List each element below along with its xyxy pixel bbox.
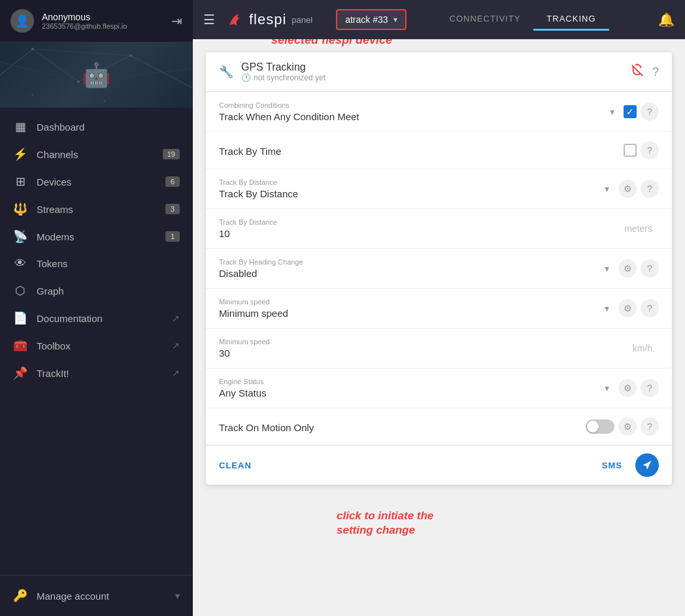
sidebar-item-manage-account[interactable]: 🔑 Manage account ▾ — [0, 582, 193, 609]
setting-track-by-time: Track By Time ? — [206, 132, 672, 169]
setting-value: Track By Distance — [219, 188, 591, 199]
hamburger-button[interactable]: ☰ — [203, 12, 215, 27]
setting-track-by-distance-value: Track By Distance 10 meters — [206, 209, 672, 249]
setting-content: Minimum speed 30 — [219, 338, 625, 359]
topbar: ☰ flespi panel atrack #33 ▾ CONNECTIVITY… — [193, 0, 685, 39]
tab-area: CONNECTIVITY TRACKING — [437, 8, 609, 31]
external-link-icon: ↗ — [172, 368, 180, 378]
sidebar-item-channels[interactable]: ⚡ Channels 19 — [0, 140, 193, 168]
settings-body: Combining Conditions Track When Any Cond… — [206, 92, 672, 445]
external-link-icon: ↗ — [172, 340, 180, 351]
mute-button[interactable] — [630, 63, 644, 81]
help-motion-button[interactable]: ? — [641, 417, 659, 436]
sidebar-item-trackit[interactable]: 📌 TrackIt! ↗ — [0, 359, 193, 387]
hero-robot-icon: 🤖 — [82, 61, 111, 89]
sidebar-item-devices[interactable]: ⊞ Devices 6 — [0, 168, 193, 195]
help-combining-conditions-button[interactable]: ? — [641, 103, 659, 121]
setting-controls: ▾ ⚙ ? — [599, 379, 659, 397]
card-header: 🔧 GPS Tracking 🕐 not synchronized yet — [206, 52, 672, 92]
gear-engine-status-button[interactable]: ⚙ — [618, 379, 637, 397]
device-selector[interactable]: atrack #33 ▾ — [336, 9, 406, 30]
toolbox-icon: 🧰 — [13, 338, 27, 353]
dropdown-arrow-icon[interactable]: ▾ — [604, 104, 620, 120]
clean-button[interactable]: CLEAN — [219, 461, 252, 470]
checkbox-combining-conditions[interactable]: ✓ — [624, 105, 637, 118]
documentation-icon: 📄 — [13, 311, 27, 325]
user-email: 23653576@github.flespi.io — [42, 22, 163, 30]
card-subtitle: 🕐 not synchronized yet — [241, 73, 622, 82]
gear-min-speed-button[interactable]: ⚙ — [618, 299, 637, 317]
setting-content: Track By Distance 10 — [219, 218, 616, 239]
channels-icon: ⚡ — [13, 147, 27, 161]
help-track-by-time-button[interactable]: ? — [641, 141, 659, 159]
setting-value: Track When Any Condition Meet — [219, 111, 596, 122]
setting-label: Minimum speed — [219, 298, 591, 306]
setting-label: Track By Distance — [219, 178, 591, 186]
svg-line-5 — [0, 62, 78, 82]
dropdown-arrow-icon[interactable]: ▾ — [599, 380, 614, 396]
setting-value: 30 — [219, 348, 625, 359]
streams-badge: 3 — [165, 204, 180, 214]
setting-value: Any Status — [219, 387, 591, 398]
card-title-area: GPS Tracking 🕐 not synchronized yet — [241, 61, 622, 82]
sidebar-item-modems[interactable]: 📡 Modems 1 — [0, 223, 193, 250]
user-info: Anonymous 23653576@github.flespi.io — [42, 12, 163, 30]
logout-button[interactable]: ⇥ — [171, 13, 182, 29]
setting-content: Track On Motion Only — [219, 420, 578, 433]
dropdown-arrow-icon[interactable]: ▾ — [599, 300, 614, 316]
sidebar-item-label: Devices — [37, 176, 156, 187]
notification-bell-button[interactable]: 🔔 — [658, 12, 675, 27]
setting-value: 10 — [219, 228, 616, 239]
svg-point-11 — [104, 101, 106, 103]
sidebar-item-label: TrackIt! — [37, 368, 163, 379]
svg-line-0 — [0, 49, 33, 75]
svg-point-8 — [77, 80, 80, 83]
setting-content: Track By Heading Change Disabled — [219, 258, 591, 279]
sidebar-footer: 🔑 Manage account ▾ — [0, 575, 193, 616]
devices-badge: 6 — [165, 176, 180, 187]
clock-icon: 🕐 — [241, 73, 251, 82]
tab-tracking[interactable]: TRACKING — [533, 8, 609, 31]
main-content: ☰ flespi panel atrack #33 ▾ CONNECTIVITY… — [193, 0, 685, 616]
chevron-down-icon: ▾ — [175, 591, 180, 601]
gear-track-by-distance-button[interactable]: ⚙ — [618, 180, 637, 198]
sidebar-item-streams[interactable]: 🔱 Streams 3 — [0, 195, 193, 223]
sidebar-item-label: Graph — [37, 285, 180, 297]
sidebar-item-documentation[interactable]: 📄 Documentation ↗ — [0, 304, 193, 332]
help-track-by-distance-button[interactable]: ? — [641, 180, 659, 198]
svg-line-1 — [33, 49, 78, 82]
dropdown-arrow-icon[interactable]: ▾ — [599, 261, 614, 276]
graph-icon: ⬡ — [13, 284, 27, 298]
help-engine-status-button[interactable]: ? — [641, 379, 659, 397]
checkbox-track-by-time[interactable] — [624, 144, 637, 157]
svg-line-4 — [33, 49, 131, 56]
tab-connectivity[interactable]: CONNECTIVITY — [437, 8, 534, 31]
annotation-selected-device: selected flespi device — [271, 39, 392, 48]
device-name: atrack #33 — [345, 14, 388, 25]
sidebar: 👤 Anonymous 23653576@github.flespi.io ⇥ — [0, 0, 193, 616]
sidebar-item-toolbox[interactable]: 🧰 Toolbox ↗ — [0, 332, 193, 359]
sidebar-hero: 🤖 — [0, 42, 193, 108]
manage-account-icon: 🔑 — [13, 589, 27, 603]
wrench-icon: 🔧 — [219, 65, 233, 79]
logo-bird-icon — [226, 7, 246, 33]
sms-button[interactable]: SMS — [602, 461, 622, 470]
setting-engine-status: Engine Status Any Status ▾ ⚙ ? — [206, 368, 672, 408]
send-button[interactable] — [635, 453, 659, 477]
dropdown-arrow-icon[interactable]: ▾ — [599, 181, 614, 197]
setting-label: Combining Conditions — [219, 101, 596, 109]
help-heading-button[interactable]: ? — [641, 259, 659, 278]
gear-heading-button[interactable]: ⚙ — [618, 259, 637, 278]
content-area: selected flespi device 🔧 GPS Tracking 🕐 … — [193, 39, 685, 616]
toggle-track-on-motion[interactable] — [586, 419, 614, 434]
sidebar-item-graph[interactable]: ⬡ Graph — [0, 277, 193, 304]
setting-minimum-speed-select: Minimum speed Minimum speed ▾ ⚙ ? — [206, 289, 672, 329]
gear-motion-button[interactable]: ⚙ — [618, 417, 637, 436]
sidebar-item-label: Channels — [37, 149, 154, 160]
sidebar-item-dashboard[interactable]: ▦ Dashboard — [0, 113, 193, 140]
sidebar-item-tokens[interactable]: 👁 Tokens — [0, 250, 193, 277]
setting-minimum-speed-value: Minimum speed 30 km/h — [206, 329, 672, 368]
help-min-speed-button[interactable]: ? — [641, 299, 659, 317]
logo-text: flespi — [249, 11, 286, 28]
help-button[interactable]: ? — [652, 65, 659, 79]
